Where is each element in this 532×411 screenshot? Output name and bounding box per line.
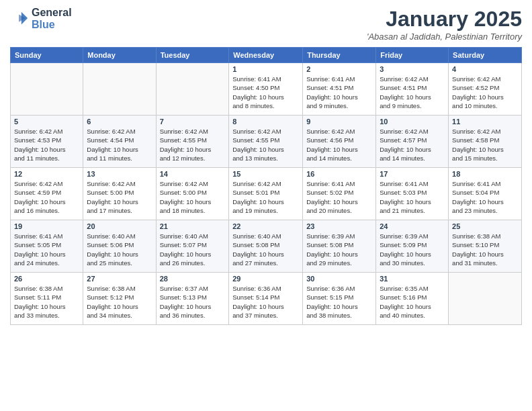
- day-info: Sunrise: 6:42 AM Sunset: 4:55 PM Dayligh…: [232, 127, 299, 163]
- day-info: Sunrise: 6:41 AM Sunset: 5:04 PM Dayligh…: [452, 179, 518, 215]
- day-info: Sunrise: 6:42 AM Sunset: 4:56 PM Dayligh…: [306, 127, 372, 163]
- calendar-cell: 22Sunrise: 6:40 AM Sunset: 5:08 PM Dayli…: [229, 220, 303, 273]
- calendar-cell: [449, 273, 522, 325]
- col-thursday: Thursday: [303, 48, 376, 63]
- day-number: 19: [14, 222, 79, 230]
- day-info: Sunrise: 6:42 AM Sunset: 4:54 PM Dayligh…: [87, 127, 152, 163]
- calendar-cell: 31Sunrise: 6:35 AM Sunset: 5:16 PM Dayli…: [376, 273, 449, 325]
- day-number: 22: [232, 222, 299, 230]
- calendar-cell: 1Sunrise: 6:41 AM Sunset: 4:50 PM Daylig…: [229, 63, 303, 116]
- calendar-cell: 15Sunrise: 6:42 AM Sunset: 5:01 PM Dayli…: [229, 168, 303, 220]
- day-number: 17: [380, 170, 445, 178]
- day-number: 29: [232, 275, 299, 283]
- day-info: Sunrise: 6:42 AM Sunset: 4:52 PM Dayligh…: [452, 75, 518, 110]
- day-number: 30: [306, 275, 372, 283]
- title-section: January 2025 'Abasan al Jadidah, Palesti…: [367, 7, 522, 42]
- calendar-cell: 16Sunrise: 6:41 AM Sunset: 5:02 PM Dayli…: [303, 168, 376, 220]
- day-info: Sunrise: 6:38 AM Sunset: 5:10 PM Dayligh…: [452, 232, 518, 267]
- day-number: 26: [14, 275, 79, 283]
- day-info: Sunrise: 6:42 AM Sunset: 4:58 PM Dayligh…: [452, 127, 518, 163]
- calendar-cell: 19Sunrise: 6:41 AM Sunset: 5:05 PM Dayli…: [11, 220, 83, 273]
- day-number: 18: [452, 170, 518, 178]
- col-sunday: Sunday: [11, 48, 83, 63]
- day-number: 11: [452, 118, 518, 126]
- logo: General Blue: [10, 7, 72, 31]
- calendar-cell: 9Sunrise: 6:42 AM Sunset: 4:56 PM Daylig…: [303, 116, 376, 168]
- calendar-cell: 2Sunrise: 6:41 AM Sunset: 4:51 PM Daylig…: [303, 63, 376, 116]
- calendar-week-3: 12Sunrise: 6:42 AM Sunset: 4:59 PM Dayli…: [11, 168, 522, 220]
- col-friday: Friday: [376, 48, 449, 63]
- day-number: 23: [306, 222, 372, 230]
- day-info: Sunrise: 6:42 AM Sunset: 4:59 PM Dayligh…: [14, 179, 79, 215]
- calendar-cell: 21Sunrise: 6:40 AM Sunset: 5:07 PM Dayli…: [156, 220, 229, 273]
- day-info: Sunrise: 6:36 AM Sunset: 5:14 PM Dayligh…: [232, 284, 299, 320]
- day-number: 9: [306, 118, 372, 126]
- day-number: 4: [452, 65, 518, 73]
- day-info: Sunrise: 6:42 AM Sunset: 4:53 PM Dayligh…: [14, 127, 79, 163]
- calendar-cell: 13Sunrise: 6:42 AM Sunset: 5:00 PM Dayli…: [83, 168, 156, 220]
- day-number: 8: [232, 118, 299, 126]
- day-number: 5: [14, 118, 79, 126]
- day-number: 2: [306, 65, 372, 73]
- day-number: 16: [306, 170, 372, 178]
- calendar-cell: 12Sunrise: 6:42 AM Sunset: 4:59 PM Dayli…: [11, 168, 83, 220]
- month-title: January 2025: [367, 7, 522, 32]
- calendar: Sunday Monday Tuesday Wednesday Thursday…: [10, 47, 522, 325]
- day-number: 10: [380, 118, 445, 126]
- calendar-cell: [11, 63, 83, 116]
- calendar-cell: 5Sunrise: 6:42 AM Sunset: 4:53 PM Daylig…: [11, 116, 83, 168]
- day-info: Sunrise: 6:41 AM Sunset: 5:05 PM Dayligh…: [14, 232, 79, 267]
- calendar-cell: [83, 63, 156, 116]
- col-wednesday: Wednesday: [229, 48, 303, 63]
- day-info: Sunrise: 6:39 AM Sunset: 5:08 PM Dayligh…: [306, 232, 372, 267]
- calendar-week-4: 19Sunrise: 6:41 AM Sunset: 5:05 PM Dayli…: [11, 220, 522, 273]
- location: 'Abasan al Jadidah, Palestinian Territor…: [367, 32, 522, 42]
- day-number: 28: [160, 275, 226, 283]
- calendar-cell: 10Sunrise: 6:42 AM Sunset: 4:57 PM Dayli…: [376, 116, 449, 168]
- day-info: Sunrise: 6:42 AM Sunset: 4:57 PM Dayligh…: [380, 127, 445, 163]
- day-number: 14: [160, 170, 226, 178]
- calendar-cell: 14Sunrise: 6:42 AM Sunset: 5:00 PM Dayli…: [156, 168, 229, 220]
- day-number: 13: [87, 170, 152, 178]
- calendar-header-row: Sunday Monday Tuesday Wednesday Thursday…: [11, 48, 522, 63]
- calendar-cell: 23Sunrise: 6:39 AM Sunset: 5:08 PM Dayli…: [303, 220, 376, 273]
- day-number: 27: [87, 275, 152, 283]
- day-info: Sunrise: 6:42 AM Sunset: 4:51 PM Dayligh…: [380, 75, 445, 110]
- calendar-cell: 27Sunrise: 6:38 AM Sunset: 5:12 PM Dayli…: [83, 273, 156, 325]
- day-number: 25: [452, 222, 518, 230]
- day-number: 24: [380, 222, 445, 230]
- day-info: Sunrise: 6:41 AM Sunset: 5:02 PM Dayligh…: [306, 179, 372, 215]
- calendar-cell: 4Sunrise: 6:42 AM Sunset: 4:52 PM Daylig…: [449, 63, 522, 116]
- calendar-cell: 3Sunrise: 6:42 AM Sunset: 4:51 PM Daylig…: [376, 63, 449, 116]
- day-number: 31: [380, 275, 445, 283]
- day-number: 1: [232, 65, 299, 73]
- day-number: 3: [380, 65, 445, 73]
- calendar-cell: 20Sunrise: 6:40 AM Sunset: 5:06 PM Dayli…: [83, 220, 156, 273]
- logo-text: General Blue: [32, 7, 72, 31]
- day-info: Sunrise: 6:42 AM Sunset: 5:00 PM Dayligh…: [160, 179, 226, 215]
- page: General Blue January 2025 'Abasan al Jad…: [0, 0, 532, 332]
- calendar-week-5: 26Sunrise: 6:38 AM Sunset: 5:11 PM Dayli…: [11, 273, 522, 325]
- day-info: Sunrise: 6:39 AM Sunset: 5:09 PM Dayligh…: [380, 232, 445, 267]
- day-info: Sunrise: 6:36 AM Sunset: 5:15 PM Dayligh…: [306, 284, 372, 320]
- calendar-cell: 29Sunrise: 6:36 AM Sunset: 5:14 PM Dayli…: [229, 273, 303, 325]
- calendar-cell: 8Sunrise: 6:42 AM Sunset: 4:55 PM Daylig…: [229, 116, 303, 168]
- calendar-cell: 17Sunrise: 6:41 AM Sunset: 5:03 PM Dayli…: [376, 168, 449, 220]
- day-info: Sunrise: 6:41 AM Sunset: 4:50 PM Dayligh…: [232, 75, 299, 110]
- day-info: Sunrise: 6:38 AM Sunset: 5:12 PM Dayligh…: [87, 284, 152, 320]
- day-number: 12: [14, 170, 79, 178]
- calendar-cell: 6Sunrise: 6:42 AM Sunset: 4:54 PM Daylig…: [83, 116, 156, 168]
- day-info: Sunrise: 6:40 AM Sunset: 5:08 PM Dayligh…: [232, 232, 299, 267]
- day-info: Sunrise: 6:40 AM Sunset: 5:06 PM Dayligh…: [87, 232, 152, 267]
- calendar-cell: 24Sunrise: 6:39 AM Sunset: 5:09 PM Dayli…: [376, 220, 449, 273]
- day-info: Sunrise: 6:38 AM Sunset: 5:11 PM Dayligh…: [14, 284, 79, 320]
- day-info: Sunrise: 6:41 AM Sunset: 4:51 PM Dayligh…: [306, 75, 372, 110]
- calendar-cell: 11Sunrise: 6:42 AM Sunset: 4:58 PM Dayli…: [449, 116, 522, 168]
- calendar-cell: 28Sunrise: 6:37 AM Sunset: 5:13 PM Dayli…: [156, 273, 229, 325]
- day-number: 21: [160, 222, 226, 230]
- day-info: Sunrise: 6:40 AM Sunset: 5:07 PM Dayligh…: [160, 232, 226, 267]
- day-number: 15: [232, 170, 299, 178]
- col-saturday: Saturday: [449, 48, 522, 63]
- calendar-week-1: 1Sunrise: 6:41 AM Sunset: 4:50 PM Daylig…: [11, 63, 522, 116]
- day-info: Sunrise: 6:37 AM Sunset: 5:13 PM Dayligh…: [160, 284, 226, 320]
